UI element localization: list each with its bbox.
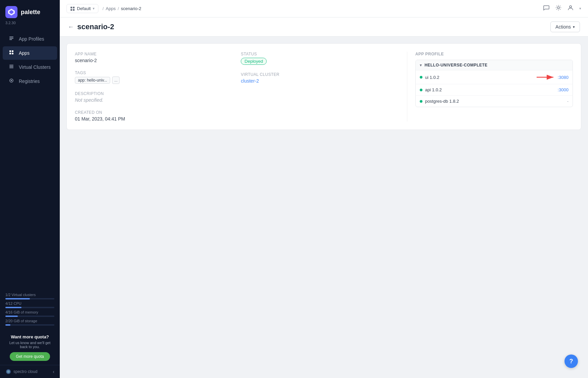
svg-rect-18	[71, 9, 72, 11]
quota-virtual-clusters-fill	[5, 298, 30, 299]
detail-left-column: App Name scenario-2 Tags app: hello-univ…	[75, 52, 241, 122]
profile-group-name: HELLO-UNIVERSE-COMPLETE	[424, 63, 488, 67]
help-button[interactable]: ?	[564, 355, 578, 368]
tag-more-button[interactable]: ...	[112, 77, 120, 84]
actions-chevron-icon: ▾	[573, 25, 575, 29]
created-on-field: Created On 01 Mar, 2023, 04:41 PM	[75, 110, 241, 122]
page-header: ← scenario-2 Actions ▾	[60, 17, 588, 37]
want-more-title: Want more quota?	[5, 334, 54, 339]
want-more-desc: Let us know and we'll get back to you.	[5, 341, 54, 349]
workspace-chevron-icon: ▾	[93, 6, 95, 11]
app-name-label: App Name	[75, 52, 241, 56]
profile-item-name-1: api 1.0.2	[425, 87, 442, 92]
logo-area: palette	[0, 0, 60, 20]
tags-row: app: hello-univ... ...	[75, 77, 241, 84]
svg-rect-9	[9, 65, 13, 65]
svg-rect-6	[12, 50, 13, 52]
quota-cpu-bar	[5, 307, 54, 308]
spectro-footer: spectro cloud ‹	[0, 365, 60, 378]
logo-text: palette	[21, 9, 40, 16]
collapse-sidebar-icon[interactable]: ‹	[53, 369, 54, 374]
status-dot-0	[420, 76, 422, 79]
profile-item-name-0: ui 1.0.2	[425, 75, 440, 80]
profile-item-port-1[interactable]: :3000	[557, 87, 569, 92]
quota-cpu-fill	[5, 307, 21, 308]
settings-icon[interactable]	[555, 4, 562, 13]
topbar-icons: ▾	[543, 4, 581, 13]
description-value: Not specified.	[75, 97, 241, 103]
description-field: Description Not specified.	[75, 91, 241, 103]
svg-rect-11	[9, 67, 13, 68]
detail-card: App Name scenario-2 Tags app: hello-univ…	[66, 43, 581, 130]
profile-group-header[interactable]: ▾ HELLO-UNIVERSE-COMPLETE	[416, 60, 573, 70]
app-profiles-icon	[8, 36, 15, 42]
virtual-cluster-label: Virtual Cluster	[241, 72, 407, 77]
profile-item-left-2: postgres-db 1.8.2	[420, 99, 459, 104]
spectro-brand: spectro cloud	[5, 369, 37, 375]
registries-icon	[8, 78, 15, 85]
breadcrumb-sep2: /	[118, 6, 119, 11]
app-name-value: scenario-2	[75, 58, 241, 63]
breadcrumb-current: scenario-2	[121, 6, 141, 11]
breadcrumb-sep: /	[102, 6, 104, 11]
profile-item-port-0[interactable]: :3080	[557, 75, 569, 80]
sidebar-item-virtual-clusters[interactable]: Virtual Clusters	[3, 60, 57, 74]
svg-point-15	[7, 370, 10, 373]
sidebar-label-apps: Apps	[19, 50, 30, 56]
profile-item-2: postgres-db 1.8.2 -	[416, 95, 573, 107]
svg-rect-17	[73, 7, 75, 8]
virtual-cluster-link[interactable]: cluster-2	[241, 78, 407, 84]
profile-item-left-1: api 1.0.2	[420, 87, 442, 92]
profile-group: ▾ HELLO-UNIVERSE-COMPLETE ui 1.0.2	[415, 60, 573, 107]
profile-group-chevron-icon: ▾	[420, 63, 422, 67]
sidebar-item-app-profiles[interactable]: App Profiles	[3, 32, 57, 46]
actions-label: Actions	[555, 24, 571, 30]
svg-rect-19	[73, 9, 75, 11]
chat-icon[interactable]	[543, 4, 550, 13]
profile-item-1: api 1.0.2 :3000	[416, 84, 573, 95]
app-profile-column: App Profile ▾ HELLO-UNIVERSE-COMPLETE ui…	[407, 52, 573, 122]
logo-icon	[5, 6, 17, 18]
sidebar-label-registries: Registries	[19, 79, 40, 84]
actions-button[interactable]: Actions ▾	[550, 21, 580, 32]
profile-item-0: ui 1.0.2	[416, 70, 573, 84]
user-icon[interactable]	[567, 4, 574, 13]
created-on-label: Created On	[75, 110, 241, 115]
back-button[interactable]: ←	[68, 23, 74, 31]
svg-rect-16	[71, 7, 72, 8]
status-dot-2	[420, 100, 422, 103]
status-value: Deployed	[244, 59, 263, 64]
svg-rect-5	[9, 50, 11, 52]
svg-rect-3	[9, 38, 13, 39]
status-field: Status Deployed	[241, 52, 407, 65]
quota-memory-bar	[5, 316, 54, 317]
quota-storage-bar	[5, 324, 54, 326]
quota-virtual-clusters-label: 1/2 Virtual clusters	[5, 293, 54, 297]
detail-mid-column: Status Deployed Virtual Cluster cluster-…	[241, 52, 407, 122]
status-label: Status	[241, 52, 407, 56]
svg-rect-7	[9, 53, 11, 54]
sidebar-item-registries[interactable]: Registries	[3, 75, 57, 88]
profile-item-name-2: postgres-db 1.8.2	[425, 99, 459, 104]
topbar: Default ▾ / Apps / scenario-2	[60, 0, 588, 17]
red-arrow-annotation	[536, 74, 556, 81]
apps-icon	[8, 50, 15, 56]
sidebar-item-apps[interactable]: Apps	[3, 46, 57, 60]
breadcrumb-apps[interactable]: Apps	[106, 6, 116, 11]
virtual-clusters-icon	[8, 64, 15, 70]
svg-rect-8	[12, 53, 13, 54]
svg-point-20	[557, 7, 559, 9]
page-title-row: ← scenario-2	[68, 22, 114, 31]
sidebar-nav: App Profiles Apps Virtual C	[0, 29, 60, 289]
status-dot-1	[420, 89, 422, 91]
sidebar: palette 3.2.30 App Profiles	[0, 0, 60, 378]
get-quota-button[interactable]: Get more quota	[10, 352, 50, 361]
content-area: App Name scenario-2 Tags app: hello-univ…	[60, 37, 588, 378]
user-chevron-icon: ▾	[579, 6, 581, 11]
quota-memory-label: 4/16 GiB of memory	[5, 310, 54, 314]
virtual-cluster-field: Virtual Cluster cluster-2	[241, 72, 407, 84]
spectro-cloud-label: spectro cloud	[13, 369, 37, 374]
workspace-selector[interactable]: Default ▾	[66, 4, 98, 13]
workspace-label: Default	[77, 6, 91, 11]
tag-chip[interactable]: app: hello-univ...	[75, 77, 110, 84]
